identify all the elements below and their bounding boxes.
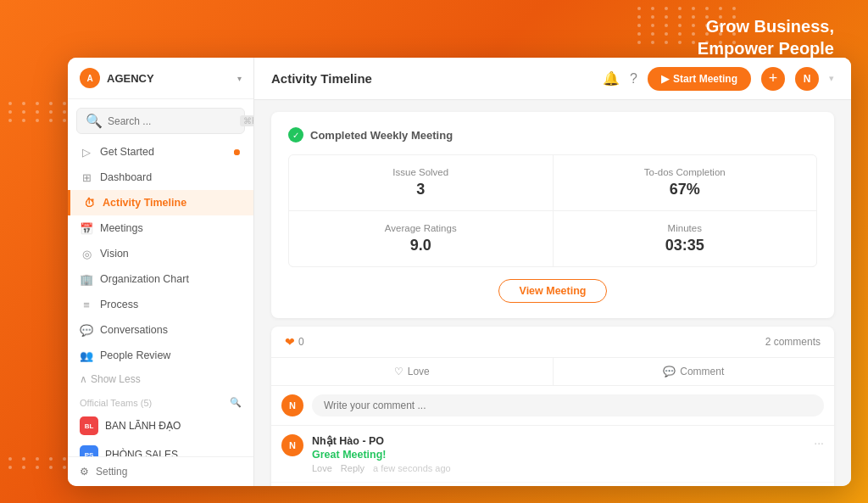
commenter-avatar: N: [281, 434, 303, 456]
sidebar-item-label: Vision: [100, 248, 129, 260]
sidebar-item-label: Process: [100, 299, 138, 310]
sidebar: A AGENCY ▾ 🔍 ⌘K ▷ Get Started ⏺ ⊞ Dashbo…: [68, 58, 254, 486]
vision-icon: ◎: [80, 247, 93, 260]
comment-text: Great Meeting!: [312, 449, 805, 461]
comment-button[interactable]: 💬 Comment: [554, 358, 835, 385]
play-icon: ▶: [661, 73, 669, 85]
action-bar: ♡ Love 💬 Comment: [271, 358, 834, 386]
sidebar-footer[interactable]: ⚙ Setting: [68, 456, 253, 486]
app-window: A AGENCY ▾ 🔍 ⌘K ▷ Get Started ⏺ ⊞ Dashbo…: [68, 58, 851, 486]
comment-time: a few seconds ago: [373, 463, 451, 473]
chevron-up-icon: ∧: [80, 373, 87, 385]
comment-input[interactable]: [312, 394, 824, 416]
reply-btn[interactable]: Reply: [341, 463, 364, 473]
stat-average-ratings: Average Ratings 9.0: [289, 211, 553, 266]
help-button[interactable]: ?: [630, 71, 637, 87]
sidebar-item-label: People Review: [100, 349, 170, 361]
meeting-card: ✓ Completed Weekly Meeting Issue Solved …: [271, 112, 834, 318]
main-content: Activity Timeline 🔔 ? ▶ Start Meeting + …: [254, 58, 851, 486]
conversations-icon: 💬: [80, 323, 93, 337]
comment-body: Nhật Hào - PO Great Meeting! Love Reply …: [312, 434, 805, 473]
search-teams-icon[interactable]: 🔍: [230, 397, 242, 408]
team-name: BAN LÃNH ĐẠO: [105, 420, 181, 432]
people-icon: 👥: [80, 349, 93, 362]
add-button[interactable]: +: [761, 67, 785, 91]
sidebar-item-label: Activity Timeline: [103, 197, 186, 209]
settings-icon: ⚙: [80, 466, 89, 478]
show-less-label: Show Less: [91, 373, 141, 385]
user-avatar[interactable]: N: [795, 67, 819, 91]
agency-logo: A: [80, 68, 100, 88]
sidebar-item-conversations[interactable]: 💬 Conversations: [68, 317, 253, 343]
avatar-chevron-icon[interactable]: ▾: [829, 73, 834, 84]
header-actions: 🔔 ? ▶ Start Meeting + N ▾: [603, 67, 834, 91]
team-item-phong-sales[interactable]: PS PHÒNG SALES: [68, 440, 253, 456]
sidebar-item-label: Dashboard: [100, 171, 152, 183]
reaction-bar: ❤ 0 2 comments: [271, 327, 834, 358]
love-label: Love: [408, 366, 430, 377]
chevron-down-icon: ▾: [237, 74, 242, 83]
comment-actions: Love Reply a few seconds ago: [312, 463, 805, 473]
stat-label: To-dos Completion: [570, 167, 800, 177]
sidebar-item-label: Conversations: [100, 324, 168, 336]
stat-todos-completion: To-dos Completion 67%: [554, 155, 817, 210]
stat-value: 03:35: [570, 237, 800, 254]
completed-icon: ✓: [288, 127, 303, 143]
reactions-left[interactable]: ❤ 0: [285, 335, 304, 349]
more-options-icon[interactable]: ···: [814, 436, 824, 450]
reaction-count: 0: [298, 336, 304, 348]
view-meeting-button[interactable]: View Meeting: [498, 279, 608, 303]
sidebar-item-get-started[interactable]: ▷ Get Started ⏺: [68, 139, 253, 165]
meeting-header-row: ✓ Completed Weekly Meeting: [288, 127, 817, 143]
sidebar-item-activity-timeline[interactable]: ⏱ Activity Timeline: [68, 190, 253, 215]
sidebar-nav: ▷ Get Started ⏺ ⊞ Dashboard ⏱ Activity T…: [68, 139, 253, 456]
sidebar-item-meetings[interactable]: 📅 Meetings: [68, 215, 253, 241]
progress-indicator: ⏺: [232, 147, 242, 157]
page-title: Activity Timeline: [271, 71, 372, 86]
sidebar-item-label: Get Started: [100, 146, 154, 158]
sidebar-item-org-chart[interactable]: 🏢 Organization Chart: [68, 266, 253, 292]
team-item-ban-lanh-dao[interactable]: BL BAN LÃNH ĐẠO: [68, 411, 253, 440]
timeline-icon: ⏱: [82, 196, 96, 210]
search-icon: 🔍: [86, 113, 103, 129]
team-badge: PS: [80, 445, 98, 456]
setting-label: Setting: [96, 466, 127, 478]
tagline-line1: Grow Business,: [706, 17, 834, 36]
sidebar-item-label: Meetings: [100, 222, 143, 234]
search-bar[interactable]: 🔍 ⌘K: [76, 108, 245, 134]
user-mini-avatar: N: [281, 394, 303, 416]
heart-icon: ❤: [285, 335, 295, 349]
start-meeting-label: Start Meeting: [673, 73, 737, 85]
search-input[interactable]: [108, 115, 235, 127]
user-initial: N: [804, 73, 811, 85]
stat-issue-solved: Issue Solved 3: [289, 155, 553, 210]
meeting-title: Completed Weekly Meeting: [310, 129, 453, 142]
start-meeting-button[interactable]: ▶ Start Meeting: [648, 67, 751, 91]
sidebar-item-vision[interactable]: ◎ Vision: [68, 241, 253, 266]
love-reply-btn[interactable]: Love: [312, 463, 332, 473]
comment-item: N Nhật Hào - PO Congratulations! Love Re…: [271, 483, 834, 486]
stats-grid: Issue Solved 3 To-dos Completion 67% Ave…: [288, 154, 817, 267]
show-less-btn[interactable]: ∧ Show Less: [68, 368, 253, 390]
team-badge: BL: [80, 416, 98, 435]
comment-item: N Nhật Hào - PO Great Meeting! Love Repl…: [271, 426, 834, 483]
team-name: PHÒNG SALES: [105, 449, 178, 456]
love-button[interactable]: ♡ Love: [271, 358, 553, 385]
feed-area[interactable]: ✓ Completed Weekly Meeting Issue Solved …: [254, 100, 851, 486]
tagline: Grow Business, Empower People: [698, 15, 834, 59]
sidebar-item-label: Organization Chart: [100, 273, 189, 285]
process-icon: ≡: [80, 298, 93, 311]
sidebar-item-people-review[interactable]: 👥 People Review: [68, 343, 253, 368]
notifications-button[interactable]: 🔔: [603, 70, 620, 87]
tagline-line2: Empower People: [698, 39, 834, 58]
sidebar-item-process[interactable]: ≡ Process: [68, 292, 253, 317]
sidebar-item-dashboard[interactable]: ⊞ Dashboard: [68, 165, 253, 190]
comment-author: Nhật Hào - PO: [312, 434, 805, 447]
org-chart-icon: 🏢: [80, 272, 93, 286]
sidebar-header[interactable]: A AGENCY ▾: [68, 58, 253, 99]
stat-label: Minutes: [570, 223, 800, 233]
comments-count: 2 comments: [765, 336, 821, 348]
main-header: Activity Timeline 🔔 ? ▶ Start Meeting + …: [254, 58, 851, 100]
comment-label: Comment: [680, 366, 724, 377]
stat-label: Issue Solved: [306, 167, 536, 177]
